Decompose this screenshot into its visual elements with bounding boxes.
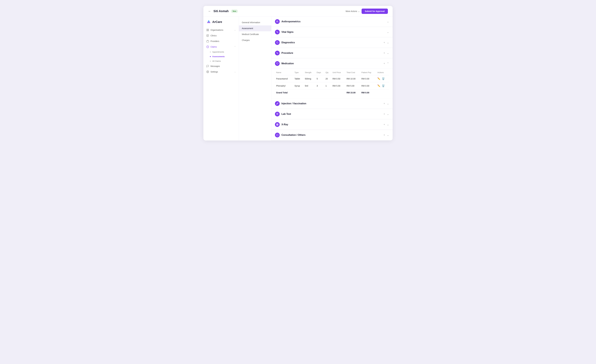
chevron-down-icon: ⌄ [234, 71, 236, 73]
sidebar-item-settings[interactable]: Settings ⌄ [203, 69, 239, 75]
delete-icon[interactable]: 🗑️ [382, 77, 385, 80]
diagnostics-header: Diagnostics + ⌄ [271, 37, 393, 48]
injection-collapse-button[interactable]: ⌄ [387, 102, 389, 105]
medication-table: Name Type Stength Days Qty Unit Price To… [275, 70, 389, 96]
procedure-actions: + ⌄ [383, 51, 389, 55]
sidebar-item-appointments[interactable]: Appointments [203, 50, 239, 54]
anthropometrics-title: Anthropometrics [282, 20, 385, 23]
more-actions-label: More Actons [346, 10, 357, 12]
medical-certificate-label: Medical Certificate [242, 33, 259, 36]
chevron-down-icon: ⌄ [234, 29, 236, 31]
medication-actions: + ⌃ [383, 62, 389, 65]
body: ArCare Organisations ⌄ Clinics [203, 16, 393, 140]
sidebar-item-organisations-label: Organisations [210, 29, 223, 31]
col-unit-price: Unit Price [331, 70, 345, 75]
x-ray-actions: + ⌄ [383, 123, 389, 126]
procedure-add-button[interactable]: + [383, 51, 385, 55]
med-qty: 20 [324, 75, 331, 82]
vital-signs-collapse-button[interactable]: ⌄ [387, 30, 389, 34]
med-total-cost: RM 10.00 [345, 75, 360, 82]
diagnostics-collapse-button[interactable]: ⌄ [387, 41, 389, 44]
procedure-icon [275, 51, 280, 55]
svg-rect-12 [276, 124, 278, 125]
app-name: ArCare [212, 20, 222, 24]
left-panel-general-information[interactable]: General Information [239, 20, 271, 25]
svg-rect-4 [207, 30, 207, 31]
vital-signs-header: Vital Signs ⌄ [271, 27, 393, 37]
diagnostics-add-button[interactable]: + [383, 41, 385, 44]
sub-dot-appointments [210, 51, 211, 52]
anthropometrics-section: Anthropometrics ⌄ [271, 16, 393, 27]
svg-rect-3 [208, 29, 209, 30]
col-name: Name [275, 70, 293, 75]
left-panel-charges[interactable]: Charges [239, 37, 271, 43]
consultation-collapse-button[interactable]: ⌄ [387, 133, 389, 137]
injection-icon [275, 101, 280, 106]
svg-point-11 [276, 42, 278, 43]
sidebar-item-messages-label: Messages [210, 65, 220, 67]
col-strength: Stength [304, 70, 315, 75]
procedure-collapse-button[interactable]: ⌄ [387, 51, 389, 55]
charges-label: Charges [242, 39, 250, 41]
x-ray-collapse-button[interactable]: ⌄ [387, 123, 389, 126]
sidebar-item-assessments[interactable]: Assessments [203, 54, 239, 59]
medication-title: Medication [282, 62, 382, 65]
med-patient-pay: RM 0.00 [360, 82, 376, 89]
left-panel-medical-certificate[interactable]: Medical Certificate [239, 31, 271, 37]
injection-header: Injection / Vaccination + ⌄ [271, 99, 393, 109]
sidebar-item-organisations[interactable]: Organisations ⌄ [203, 27, 239, 33]
consultation-add-button[interactable]: + [383, 134, 385, 137]
vital-signs-icon [275, 30, 280, 34]
sidebar-item-messages[interactable]: Messages [203, 63, 239, 69]
anthropometrics-header: Anthropometrics ⌄ [271, 16, 393, 27]
sidebar-item-providers[interactable]: Providers [203, 38, 239, 44]
chevron-down-icon: ⌄ [358, 10, 360, 12]
medication-add-button[interactable]: + [383, 62, 385, 65]
organisation-icon [206, 29, 209, 31]
assessment-label: Assessment [242, 27, 253, 29]
delete-icon[interactable]: 🗑️ [382, 84, 385, 87]
x-ray-icon [275, 122, 280, 127]
svg-rect-6 [207, 35, 209, 37]
sidebar-item-all-claims[interactable]: All Claims [203, 59, 239, 63]
left-panel-assessment[interactable]: Assessment [239, 25, 271, 31]
med-days: 3 [315, 82, 324, 89]
medication-table-header-row: Name Type Stength Days Qty Unit Price To… [275, 70, 389, 75]
med-unit-price: RM 5.00 [331, 82, 345, 89]
back-button[interactable]: ← [208, 9, 211, 13]
sidebar-item-providers-label: Providers [210, 40, 219, 42]
sidebar-item-claims-label: Claims [210, 46, 217, 48]
vital-signs-section: Vital Signs ⌄ [271, 27, 393, 37]
injection-title: Injection / Vaccination [282, 102, 382, 105]
lab-test-collapse-button[interactable]: ⌄ [387, 112, 389, 116]
med-total-cost: RM 5.00 [345, 82, 360, 89]
injection-add-button[interactable]: + [383, 102, 385, 105]
more-actions-button[interactable]: More Actons ⌄ [346, 10, 360, 12]
svg-marker-1 [208, 20, 210, 22]
left-panel: General Information Assessment Medical C… [239, 16, 271, 140]
sidebar-item-clinics[interactable]: Clinics [203, 33, 239, 38]
x-ray-add-button[interactable]: + [383, 123, 385, 126]
lab-test-add-button[interactable]: + [383, 113, 385, 116]
submit-for-approval-button[interactable]: Submit for Approval [362, 8, 388, 14]
settings-icon [206, 71, 209, 73]
med-name: Paracetamol [275, 75, 293, 82]
sidebar-item-claims[interactable]: Claims ⌃ [203, 44, 239, 50]
edit-icon[interactable]: ✏️ [377, 77, 380, 80]
col-type: Type [293, 70, 304, 75]
procedure-title: Procedure [282, 52, 382, 54]
anthropometrics-icon [275, 19, 280, 24]
claims-icon [206, 45, 209, 48]
medication-collapse-button[interactable]: ⌃ [387, 62, 389, 65]
injection-actions: + ⌄ [383, 102, 389, 105]
sidebar-item-settings-label: Settings [210, 71, 218, 73]
lab-test-header: Lab Test + ⌄ [271, 109, 393, 119]
med-type: Tablet [293, 75, 304, 82]
svg-point-10 [276, 21, 277, 22]
table-row: Paracetamol Tablet 500mg 5 20 RM 0.50 RM… [275, 75, 389, 82]
grand-total-patient: RM 0.00 [360, 89, 376, 96]
anthropometrics-collapse-button[interactable]: ⌄ [387, 20, 389, 23]
med-qty: 1 [324, 82, 331, 89]
consultation-section: Consultation / Others + ⌄ [271, 130, 393, 140]
edit-icon[interactable]: ✏️ [377, 84, 380, 87]
